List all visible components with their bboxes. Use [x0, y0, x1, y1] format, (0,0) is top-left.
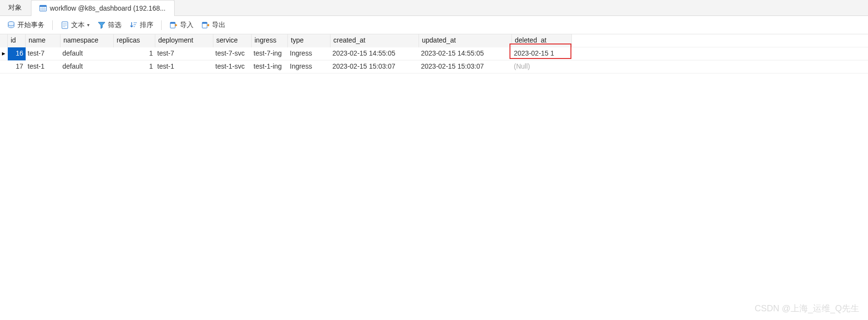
- cell-service[interactable]: test-7-svc: [213, 47, 252, 60]
- tab-workflow[interactable]: workflow @k8s_dashboard (192.168...: [31, 0, 175, 16]
- cell-id[interactable]: 16: [8, 47, 26, 60]
- begin-transaction-button[interactable]: 开始事务: [4, 19, 47, 31]
- table-row[interactable]: ▸16test-7default1test-7test-7-svctest-7-…: [0, 47, 868, 60]
- svg-rect-1: [40, 5, 46, 7]
- col-type[interactable]: type: [288, 34, 330, 47]
- tab-bar: 对象 workflow @k8s_dashboard (192.168...: [0, 0, 868, 16]
- text-mode-button[interactable]: 文本 ▾: [58, 19, 92, 31]
- col-updated-at[interactable]: updated_at: [419, 34, 512, 47]
- table-icon: [39, 4, 47, 12]
- cell-replicas[interactable]: 1: [114, 47, 155, 60]
- cell-namespace[interactable]: default: [60, 60, 114, 73]
- tab-objects[interactable]: 对象: [0, 0, 31, 15]
- cell-updated-at[interactable]: 2023-02-15 14:55:05: [419, 47, 512, 60]
- col-replicas[interactable]: replicas: [114, 34, 155, 47]
- tab-label: 对象: [8, 3, 22, 12]
- col-deployment[interactable]: deployment: [155, 34, 213, 47]
- toolbar-label: 文本: [71, 21, 85, 29]
- toolbar: 开始事务 文本 ▾ 筛选: [0, 16, 868, 34]
- cell-type[interactable]: Ingress: [288, 60, 330, 73]
- cell-created-at[interactable]: 2023-02-15 15:03:07: [330, 60, 419, 73]
- export-button[interactable]: 导出: [198, 19, 228, 31]
- col-deleted-at[interactable]: deleted_at: [512, 34, 572, 47]
- cell-id[interactable]: 17: [8, 60, 26, 73]
- tab-label: workflow @k8s_dashboard (192.168...: [50, 4, 165, 12]
- toolbar-label: 导出: [212, 21, 225, 29]
- export-icon: [201, 21, 210, 29]
- col-service[interactable]: service: [213, 34, 252, 47]
- import-button[interactable]: 导入: [166, 19, 196, 31]
- import-icon: [169, 21, 178, 29]
- cell-type[interactable]: Ingress: [288, 47, 330, 60]
- cell-name[interactable]: test-1: [26, 60, 60, 73]
- svg-rect-15: [170, 22, 175, 24]
- cell-updated-at[interactable]: 2023-02-15 15:03:07: [419, 60, 512, 73]
- toolbar-label: 开始事务: [17, 21, 45, 29]
- cell-deleted-at[interactable]: 2023-02-15 1: [512, 47, 572, 60]
- col-name[interactable]: name: [26, 34, 60, 47]
- col-namespace[interactable]: namespace: [60, 34, 114, 47]
- row-indicator[interactable]: [0, 60, 8, 73]
- table-row[interactable]: 17test-1default1test-1test-1-svctest-1-i…: [0, 60, 868, 73]
- row-indicator-header: [0, 34, 8, 47]
- cell-namespace[interactable]: default: [60, 47, 114, 60]
- cell-deleted-at[interactable]: (Null): [512, 60, 572, 73]
- filter-button[interactable]: 筛选: [94, 19, 124, 31]
- sort-icon: [129, 21, 138, 29]
- chevron-down-icon: ▾: [87, 22, 90, 28]
- cell-ingress[interactable]: test-1-ing: [252, 60, 288, 73]
- cell-name[interactable]: test-7: [26, 47, 60, 60]
- cell-deployment[interactable]: test-7: [155, 47, 213, 60]
- grid-body: ▸16test-7default1test-7test-7-svctest-7-…: [0, 47, 868, 73]
- db-icon: [7, 21, 15, 29]
- svg-rect-17: [202, 22, 207, 24]
- toolbar-label: 导入: [180, 21, 194, 29]
- sort-button[interactable]: 排序: [126, 19, 156, 31]
- cell-replicas[interactable]: 1: [114, 60, 155, 73]
- watermark: CSDN @上海_运维_Q先生: [755, 303, 859, 314]
- cell-deployment[interactable]: test-1: [155, 60, 213, 73]
- cell-ingress[interactable]: test-7-ing: [252, 47, 288, 60]
- col-id[interactable]: id: [8, 34, 26, 47]
- separator: [161, 20, 162, 30]
- memo-icon: [60, 21, 69, 29]
- col-ingress[interactable]: ingress: [252, 34, 288, 47]
- cell-created-at[interactable]: 2023-02-15 14:55:05: [330, 47, 419, 60]
- data-grid: id name namespace replicas deployment se…: [0, 34, 868, 73]
- toolbar-label: 筛选: [108, 21, 121, 29]
- grid-header: id name namespace replicas deployment se…: [0, 34, 868, 47]
- col-created-at[interactable]: created_at: [330, 34, 419, 47]
- toolbar-label: 排序: [140, 21, 153, 29]
- separator: [52, 20, 53, 30]
- cell-service[interactable]: test-1-svc: [213, 60, 252, 73]
- row-indicator[interactable]: ▸: [0, 47, 8, 60]
- funnel-icon: [97, 21, 106, 29]
